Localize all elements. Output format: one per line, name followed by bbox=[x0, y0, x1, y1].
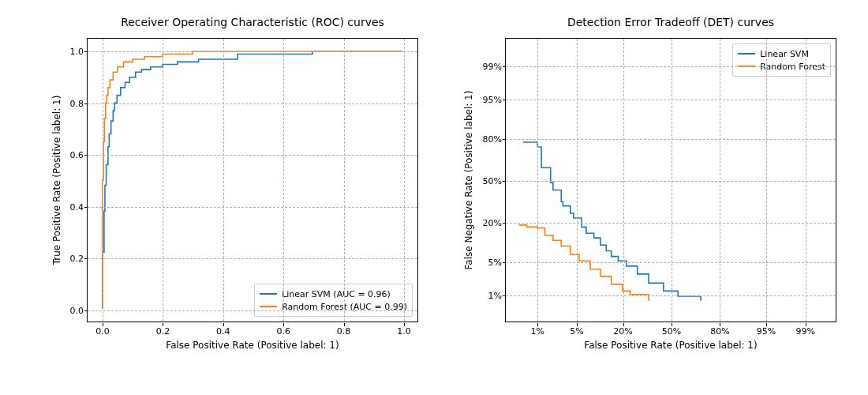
x-tick-label: 50% bbox=[662, 326, 681, 337]
det-xlabel: False Positive Rate (Positive label: 1) bbox=[584, 340, 757, 351]
y-tick-mark bbox=[503, 66, 506, 67]
x-tick-label: 80% bbox=[710, 326, 729, 337]
x-tick-label: 95% bbox=[757, 326, 776, 337]
grid-line bbox=[506, 295, 836, 296]
roc-title: Receiver Operating Characteristic (ROC) … bbox=[121, 16, 384, 28]
x-tick-label: 1.0 bbox=[397, 326, 411, 337]
x-tick-label: 99% bbox=[796, 326, 815, 337]
x-tick-mark bbox=[672, 323, 672, 326]
grid-line bbox=[404, 39, 405, 322]
grid-line bbox=[88, 103, 417, 104]
det-ylabel: False Negative Rate (Positive label: 1) bbox=[463, 91, 474, 270]
grid-line bbox=[163, 39, 163, 322]
y-tick-mark bbox=[503, 181, 506, 182]
x-tick-mark bbox=[537, 323, 538, 326]
grid-line bbox=[506, 262, 836, 263]
grid-line bbox=[537, 39, 538, 322]
grid-line bbox=[88, 258, 417, 259]
x-tick-label: 0.2 bbox=[156, 326, 170, 337]
figure: Receiver Operating Characteristic (ROC) … bbox=[0, 0, 868, 395]
roc-ylabel: True Positive Rate (Positive label: 1) bbox=[51, 96, 62, 265]
x-tick-mark bbox=[623, 323, 624, 326]
roc-legend: Linear SVM (AUC = 0.96)Random Forest (AU… bbox=[254, 284, 413, 317]
legend-row: Linear SVM bbox=[738, 47, 825, 60]
y-tick-mark bbox=[503, 262, 506, 263]
x-tick-label: 0.0 bbox=[95, 326, 110, 337]
grid-line bbox=[577, 39, 578, 322]
legend-row: Linear SVM (AUC = 0.96) bbox=[260, 288, 407, 300]
det-series-svg bbox=[506, 39, 836, 322]
roc-plot-area: Linear SVM (AUC = 0.96)Random Forest (AU… bbox=[87, 38, 418, 322]
grid-line bbox=[88, 310, 417, 311]
det-plot-area: Linear SVMRandom Forest 1%5%20%50%80%95%… bbox=[505, 38, 836, 322]
x-tick-mark bbox=[163, 323, 163, 326]
grid-line bbox=[806, 39, 806, 322]
grid-line bbox=[720, 39, 720, 322]
det-title: Detection Error Tradeoff (DET) curves bbox=[567, 16, 774, 28]
grid-line bbox=[223, 39, 224, 322]
y-tick-mark bbox=[84, 258, 88, 259]
y-tick-mark bbox=[84, 103, 88, 104]
x-tick-mark bbox=[103, 323, 103, 326]
grid-line bbox=[506, 139, 836, 140]
y-tick-mark bbox=[503, 295, 506, 296]
x-tick-label: 0.8 bbox=[337, 326, 351, 337]
x-tick-label: 0.6 bbox=[276, 326, 290, 337]
x-tick-mark bbox=[720, 323, 720, 326]
roc-xlabel: False Positive Rate (Positive label: 1) bbox=[166, 340, 339, 351]
grid-line bbox=[766, 39, 767, 322]
series-line bbox=[103, 51, 402, 308]
y-tick-mark bbox=[84, 207, 88, 208]
grid-line bbox=[506, 100, 836, 100]
x-tick-label: 0.4 bbox=[216, 326, 230, 337]
x-tick-mark bbox=[223, 323, 224, 326]
grid-line bbox=[506, 223, 836, 224]
y-tick-mark bbox=[503, 139, 506, 140]
grid-line bbox=[506, 66, 836, 67]
grid-line bbox=[283, 39, 284, 322]
legend-swatch bbox=[738, 53, 755, 55]
legend-label: Linear SVM bbox=[760, 49, 809, 59]
grid-line bbox=[88, 207, 417, 208]
det-subplot: Detection Error Tradeoff (DET) curves Li… bbox=[458, 16, 852, 363]
x-tick-mark bbox=[806, 323, 806, 326]
x-tick-mark bbox=[404, 323, 405, 326]
series-line bbox=[103, 51, 402, 308]
y-tick-mark bbox=[84, 155, 88, 156]
grid-line bbox=[623, 39, 624, 322]
grid-line bbox=[672, 39, 672, 322]
x-tick-mark bbox=[577, 323, 578, 326]
grid-line bbox=[88, 51, 417, 52]
x-tick-mark bbox=[344, 323, 345, 326]
roc-series-svg bbox=[88, 39, 417, 322]
legend-swatch bbox=[260, 306, 277, 307]
grid-line bbox=[88, 155, 417, 156]
x-tick-label: 20% bbox=[613, 326, 632, 337]
y-tick-mark bbox=[84, 310, 88, 311]
grid-line bbox=[103, 39, 103, 322]
x-tick-label: 1% bbox=[531, 326, 544, 337]
grid-line bbox=[506, 181, 836, 182]
y-tick-mark bbox=[84, 51, 88, 52]
legend-swatch bbox=[260, 293, 277, 295]
y-tick-mark bbox=[503, 223, 506, 224]
roc-subplot: Receiver Operating Characteristic (ROC) … bbox=[47, 16, 426, 363]
det-legend: Linear SVMRandom Forest bbox=[732, 43, 831, 77]
x-tick-mark bbox=[766, 323, 767, 326]
x-tick-mark bbox=[283, 323, 284, 326]
y-tick-mark bbox=[503, 100, 506, 100]
legend-label: Linear SVM (AUC = 0.96) bbox=[282, 289, 391, 299]
grid-line bbox=[344, 39, 345, 322]
x-tick-label: 5% bbox=[570, 326, 583, 337]
